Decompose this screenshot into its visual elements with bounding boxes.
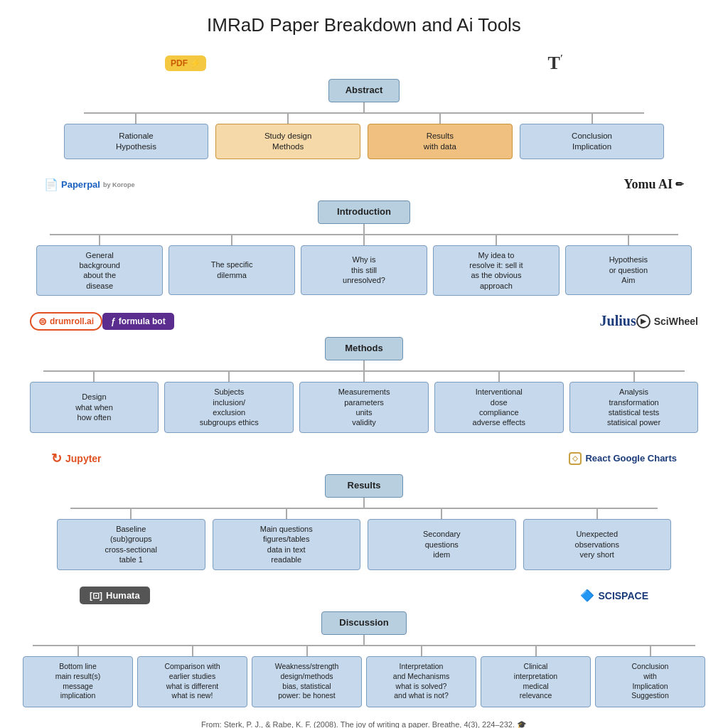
top-logos-row: PDF ⚡ T′ [23, 50, 705, 76]
main-questions-box: Main questionsfigures/tablesdata in text… [213, 519, 361, 570]
methods-child-5: Analysistransformationstatistical testss… [569, 372, 699, 433]
paperpal-subtitle: by Korope [103, 181, 135, 188]
typo-logo: T′ [548, 53, 563, 74]
vert [130, 509, 132, 519]
discussion-root: Discussion [321, 611, 407, 635]
citation: From: Sterk, P. J., & Rabe, K. F. (2008)… [23, 720, 705, 728]
interpretation-box: Interpretationand Mechanismswhat is solv… [366, 656, 476, 707]
vert [628, 235, 629, 245]
discussion-child-2: Comparison withearlier studieswhat is di… [137, 646, 247, 707]
abstract-children: RationaleHypothesis Study designMethods … [64, 114, 665, 159]
specific-dilemma-box: The specificdilemma [168, 245, 295, 295]
abstract-vert [363, 102, 365, 112]
analysis-box: Analysistransformationstatistical testss… [569, 382, 699, 433]
discussion-vert [363, 635, 365, 645]
vert [192, 646, 193, 656]
results-child-1: Baseline(sub)groupscross-sectionaltable … [57, 509, 205, 570]
methods-section: Methods Designwhat whenhow often Subject… [23, 337, 705, 433]
results-child-4: Unexpectedobservationsvery short [523, 509, 672, 570]
why-unresolved-box: Why isthis stillunresolved? [301, 245, 427, 295]
general-background-box: Generalbackgroundabout thedisease [36, 245, 163, 296]
pdf-icon: PDF [171, 58, 188, 68]
vert-3 [439, 114, 441, 124]
intro-child-3: Why isthis stillunresolved? [301, 235, 427, 296]
vert [77, 646, 79, 656]
formulabot-logo: ƒ formula bot [102, 313, 174, 330]
subjects-box: Subjectsinclusion/exclusionsubgroups eth… [164, 382, 294, 433]
drumroll-label: drumroll.ai [50, 316, 94, 326]
intro-vert [363, 224, 365, 234]
intro-child-2: The specificdilemma [168, 235, 295, 296]
paperpal-logo: 📄 Paperpal by Korope [44, 178, 134, 191]
abstract-root: Abstract [328, 79, 400, 102]
formulabot-icon: ƒ [111, 316, 116, 326]
discussion-logos-row: [⊡] Humata 🔷 SCISPACE [23, 583, 705, 609]
discussion-hbar [33, 645, 695, 646]
methods-child-4: Interventionaldosecomplianceadverse effe… [434, 372, 564, 433]
jupyter-label: Jupyter [65, 453, 102, 464]
discussion-child-4: Interpretationand Mechanismswhat is solv… [366, 646, 476, 707]
design-box: Designwhat whenhow often [30, 382, 159, 433]
introduction-section: Introduction Generalbackgroundabout thed… [23, 200, 705, 296]
results-root: Results [325, 474, 403, 498]
abstract-child-2: Study designMethods [215, 114, 360, 159]
formulabot-label: formula bot [119, 316, 166, 326]
abstract-box: Abstract [328, 79, 400, 102]
vert [363, 235, 365, 245]
humata-logo: [⊡] Humata [80, 587, 150, 604]
results-box: Results [325, 474, 403, 498]
measurements-box: Measurementsparametersunitsvalidity [299, 382, 429, 433]
results-child-2: Main questionsfigures/tablesdata in text… [213, 509, 361, 570]
intro-child-4: My idea toresolve it: sell itas the obvi… [433, 235, 560, 296]
vert [93, 372, 95, 382]
jupyter-icon: ↻ [51, 451, 62, 466]
conclusion-box: ConclusionImplication [520, 124, 665, 159]
vert [286, 509, 287, 519]
abstract-child-4: ConclusionImplication [520, 114, 665, 159]
bottom-line-box: Bottom linemain result(s)messageimplicat… [23, 656, 133, 707]
discussion-section: Discussion Bottom linemain result(s)mess… [23, 611, 705, 707]
vert [650, 646, 651, 656]
methods-vert [363, 360, 365, 370]
baseline-box: Baseline(sub)groupscross-sectionaltable … [57, 519, 205, 570]
paperpal-label: Paperpal [61, 179, 100, 190]
methods-child-2: Subjectsinclusion/exclusionsubgroups eth… [164, 372, 294, 433]
react-charts-logo: ◇ React Google Charts [569, 452, 677, 465]
discussion-child-3: Weakness/strengthdesign/methodsbias, sta… [252, 646, 362, 707]
vert [99, 235, 100, 245]
weakness-box: Weakness/strengthdesign/methodsbias, sta… [252, 656, 362, 707]
abstract-child-1: RationaleHypothesis [64, 114, 209, 159]
jupyter-logo: ↻ Jupyter [51, 451, 102, 466]
comparison-box: Comparison withearlier studieswhat is di… [137, 656, 247, 707]
results-children: Baseline(sub)groupscross-sectionaltable … [57, 509, 671, 570]
vert-4 [592, 114, 593, 124]
results-logos-row: ↻ Jupyter ◇ React Google Charts [23, 446, 705, 471]
humata-icon: [⊡] [90, 591, 102, 601]
scispace-logo: 🔷 SCISPACE [580, 589, 648, 602]
intro-root: Introduction [318, 200, 410, 224]
methods-box: Methods [325, 337, 403, 360]
methods-root: Methods [325, 337, 403, 360]
vert [231, 235, 232, 245]
vert [535, 646, 537, 656]
vert-1 [135, 114, 136, 124]
secondary-questions-box: Secondaryquestionsidem [368, 519, 516, 570]
sciwheel-icon: ▶ [636, 314, 651, 328]
vert [633, 372, 635, 382]
page: IMRaD Paper Breakdown and Ai Tools PDF ⚡… [23, 14, 705, 728]
abstract-child-3: Resultswith data [368, 114, 513, 159]
intro-box: Introduction [318, 200, 410, 224]
yomu-logo: Yomu AI ✏ [623, 177, 684, 192]
discussion-child-6: ConclusionwithImplicationSuggestion [595, 646, 705, 707]
methods-logos-row: ⊜ drumroll.ai ƒ formula bot Julius ▶ Sci… [23, 309, 705, 334]
julius-logo: Julius [600, 313, 636, 329]
humata-label: Humata [106, 590, 140, 601]
vert [306, 646, 308, 656]
drumroll-logo: ⊜ drumroll.ai [30, 312, 102, 331]
abstract-hbar [84, 112, 643, 114]
yomu-label: Yomu AI [623, 177, 673, 192]
vert [498, 372, 500, 382]
results-data-box: Resultswith data [368, 124, 513, 159]
intro-logos-row: 📄 Paperpal by Korope Yomu AI ✏ [23, 172, 705, 198]
vert [363, 372, 365, 382]
